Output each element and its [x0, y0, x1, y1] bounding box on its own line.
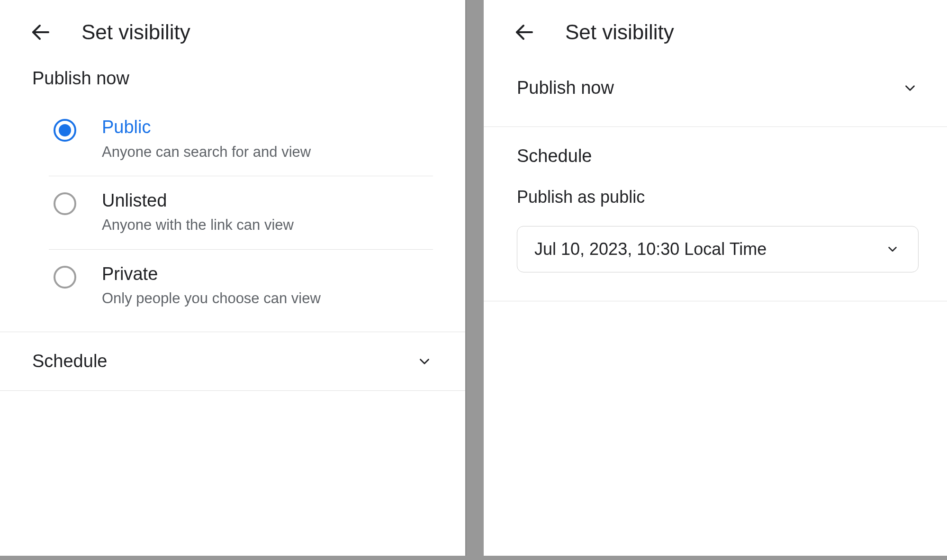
schedule-label: Schedule	[32, 351, 107, 371]
option-unlisted[interactable]: Unlisted Anyone with the link can view	[49, 176, 433, 250]
option-title: Unlisted	[102, 190, 433, 212]
radio-icon	[54, 266, 76, 289]
schedule-datetime-value: Jul 10, 2023, 10:30 Local Time	[534, 239, 767, 259]
schedule-section: Schedule Publish as public Jul 10, 2023,…	[484, 127, 947, 301]
back-arrow-icon[interactable]	[28, 20, 53, 45]
schedule-collapsed-row[interactable]: Schedule	[0, 332, 465, 391]
page-title: Set visibility	[565, 20, 674, 44]
publish-now-label: Publish now	[517, 78, 614, 98]
publish-now-section: Publish now Public Anyone can search for…	[0, 59, 465, 332]
option-text: Public Anyone can search for and view	[102, 116, 433, 162]
option-text: Private Only people you choose can view	[102, 263, 433, 308]
option-text: Unlisted Anyone with the link can view	[102, 190, 433, 235]
option-title: Public	[102, 116, 433, 139]
back-arrow-icon[interactable]	[512, 20, 537, 45]
chevron-down-icon	[416, 353, 433, 370]
radio-icon	[54, 119, 76, 142]
option-title: Private	[102, 263, 433, 286]
option-subtitle: Only people you choose can view	[102, 289, 433, 308]
option-subtitle: Anyone with the link can view	[102, 216, 433, 235]
schedule-datetime-dropdown[interactable]: Jul 10, 2023, 10:30 Local Time	[517, 226, 919, 272]
chevron-down-icon	[902, 80, 919, 97]
visibility-panel-radio: Set visibility Publish now Public Anyone…	[0, 0, 467, 556]
option-public[interactable]: Public Anyone can search for and view	[49, 103, 433, 176]
option-subtitle: Anyone can search for and view	[102, 143, 433, 162]
visibility-panel-schedule: Set visibility Publish now Schedule Publ…	[484, 0, 947, 556]
chevron-down-icon	[884, 241, 901, 258]
panel-gap	[467, 0, 484, 556]
radio-icon	[54, 192, 76, 215]
option-private[interactable]: Private Only people you choose can view	[49, 250, 433, 323]
header: Set visibility	[0, 0, 465, 59]
publish-now-label: Publish now	[32, 68, 433, 89]
visibility-options: Public Anyone can search for and view Un…	[49, 103, 433, 322]
header: Set visibility	[484, 0, 947, 59]
publish-now-collapsed-row[interactable]: Publish now	[484, 59, 947, 127]
page-title: Set visibility	[81, 20, 190, 44]
schedule-label: Schedule	[517, 146, 919, 166]
publish-as-label: Publish as public	[517, 187, 919, 207]
